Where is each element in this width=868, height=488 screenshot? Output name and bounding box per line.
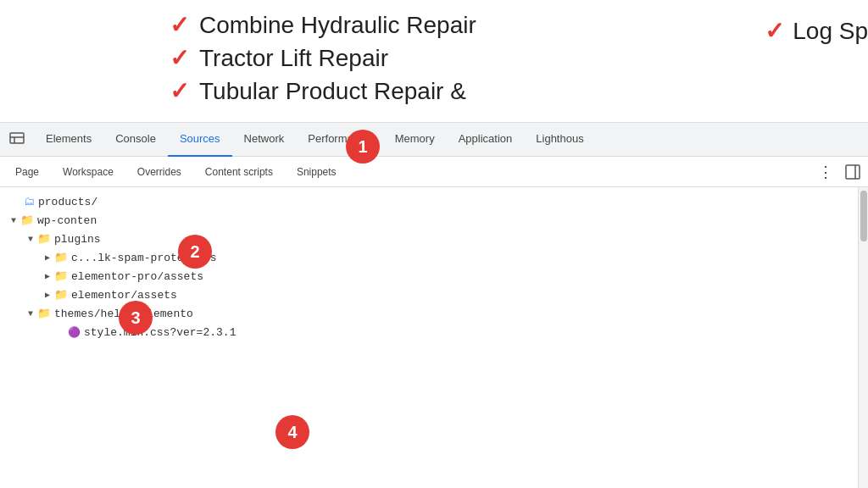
circle-label-3: 3 (131, 308, 140, 328)
step-circle-2: 2 (178, 235, 212, 269)
check-label-2: Tractor Lift Repair (199, 42, 388, 75)
tab-memory[interactable]: Memory (383, 123, 447, 157)
step-circle-4: 4 (275, 415, 309, 449)
file-label: plugins (54, 233, 101, 246)
file-label: style.min.css?ver=2.3.1 (84, 326, 236, 339)
folder-icon: 📁 (37, 307, 51, 320)
subtab-overrides[interactable]: Overrides (125, 157, 193, 187)
circle-label-4: 4 (287, 423, 297, 442)
circle-label-1: 1 (358, 137, 367, 157)
check-icon-log: ✓ (765, 17, 784, 45)
tab-sources[interactable]: Sources (168, 123, 232, 157)
circle-label-2: 2 (190, 242, 199, 262)
svg-rect-3 (846, 165, 860, 179)
subtab-content-scripts[interactable]: Content scripts (193, 157, 285, 187)
list-item[interactable]: ▶ 📁 elementor-pro/assets (0, 267, 868, 286)
folder-icon: 📁 (37, 232, 51, 246)
subtab-overrides-label: Overrides (137, 166, 181, 178)
folder-icon: 📁 (20, 214, 34, 227)
tab-network-label: Network (244, 132, 285, 145)
check-label-1: Combine Hydraulic Repair (199, 8, 476, 42)
file-tree: 🗂 products/ ▼ 📁 wp-conten ▼ 📁 plugins ▶ … (0, 187, 868, 488)
tab-elements[interactable]: Elements (34, 123, 103, 157)
tab-application[interactable]: Application (447, 123, 525, 157)
check-icon-3: ✓ (170, 75, 189, 108)
log-sp-area: ✓ Log Sp (765, 17, 868, 45)
folder-icon: 📁 (54, 269, 68, 283)
check-label-3: Tubular Product Repair & (199, 75, 466, 108)
file-label: wp-conten (37, 214, 97, 227)
list-item[interactable]: ▼ 📁 wp-conten (0, 211, 868, 230)
more-options-button[interactable]: ⋮ (814, 160, 837, 184)
tree-arrow: ▶ (41, 290, 54, 300)
subtab-content-scripts-label: Content scripts (205, 166, 273, 178)
check-item-1: ✓ Combine Hydraulic Repair (170, 8, 868, 42)
svg-rect-0 (10, 133, 24, 143)
subtab-workspace[interactable]: Workspace (51, 157, 125, 187)
devtools-subtoolbar: Page Workspace Overrides Content scripts… (0, 157, 868, 187)
tree-arrow: ▼ (24, 309, 37, 319)
tab-lighthouse-label: Lighthous (536, 132, 583, 145)
folder-icon: 📁 (54, 251, 68, 264)
step-circle-1: 1 (346, 130, 380, 164)
tab-elements-label: Elements (46, 132, 92, 145)
file-icon: 🟣 (68, 326, 81, 339)
subtab-workspace-label: Workspace (63, 166, 114, 178)
top-content: ✓ Combine Hydraulic Repair ✓ Tractor Lif… (0, 0, 868, 123)
subtab-page-label: Page (15, 166, 39, 178)
devtools-icon (3, 126, 31, 153)
check-item-3: ✓ Tubular Product Repair & (170, 75, 868, 108)
tree-arrow: ▶ (41, 271, 54, 281)
scrollbar[interactable] (858, 187, 868, 488)
tab-application-label: Application (459, 132, 513, 145)
folder-icon: 🗂 (24, 196, 35, 208)
tree-arrow: ▶ (41, 252, 54, 263)
list-item[interactable]: ▶ 📁 c...lk-spam-protect/js (0, 248, 868, 267)
log-sp-label: Log Sp (793, 18, 868, 45)
check-item-2: ✓ Tractor Lift Repair (170, 42, 868, 75)
step-circle-3: 3 (119, 301, 153, 335)
folder-icon: 📁 (54, 288, 68, 302)
tab-network[interactable]: Network (232, 123, 297, 157)
subtab-snippets-label: Snippets (297, 166, 337, 178)
tab-console-label: Console (115, 132, 156, 145)
subtab-snippets[interactable]: Snippets (285, 157, 348, 187)
scrollbar-thumb[interactable] (860, 191, 867, 241)
tab-sources-label: Sources (180, 132, 220, 145)
check-icon-1: ✓ (170, 8, 189, 42)
tree-arrow: ▼ (24, 235, 37, 244)
devtools-toolbar: Elements Console Sources Network Perform… (0, 123, 868, 157)
file-label: products/ (38, 196, 97, 208)
subtab-page[interactable]: Page (3, 157, 51, 187)
file-label: elementor/assets (71, 289, 177, 302)
toggle-sidebar-button[interactable] (841, 160, 865, 184)
list-item[interactable]: 🗂 products/ (0, 192, 868, 211)
tab-console[interactable]: Console (103, 123, 168, 157)
tree-arrow: ▼ (7, 216, 20, 225)
list-item[interactable]: ▼ 📁 plugins (0, 230, 868, 248)
check-icon-2: ✓ (170, 42, 189, 75)
tab-lighthouse[interactable]: Lighthous (524, 123, 595, 157)
tab-memory-label: Memory (395, 132, 435, 145)
file-label: elementor-pro/assets (71, 270, 203, 283)
subtoolbar-right: ⋮ (814, 160, 865, 184)
